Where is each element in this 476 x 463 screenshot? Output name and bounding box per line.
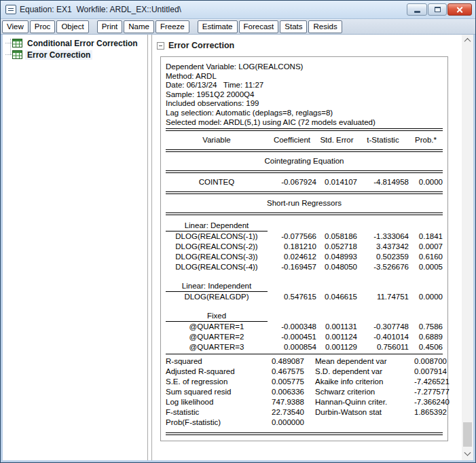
table-row: @QUARTER=1 -0.000348 0.001131 -0.307748 … bbox=[166, 322, 443, 332]
resids-button[interactable]: Resids bbox=[308, 20, 342, 33]
window-body: Conditional Error Correction Error Corre… bbox=[3, 35, 473, 460]
section-title: Error Correction bbox=[168, 41, 234, 50]
stats-button[interactable]: Stats bbox=[280, 20, 307, 33]
output-header-line: Selected model: ARDL(5,1) using AIC (72 … bbox=[166, 118, 443, 128]
prob-cell: 0.6889 bbox=[409, 332, 443, 342]
stat-value: 0.007914 bbox=[414, 367, 447, 377]
coefficient-cell: 0.547615 bbox=[268, 292, 316, 302]
t-statistic-cell: 3.437342 bbox=[357, 242, 409, 252]
estimate-button[interactable]: Estimate bbox=[198, 20, 238, 33]
stat-value: 0.000000 bbox=[262, 418, 304, 428]
stats-row: Prob(F-statistic) 0.000000 bbox=[166, 418, 443, 428]
output-header-line: Sample: 1951Q2 2000Q4 bbox=[166, 90, 443, 100]
close-icon bbox=[456, 6, 464, 14]
maximize-icon bbox=[435, 7, 441, 12]
prob-cell: 0.0000 bbox=[409, 177, 443, 187]
std-error-cell: 0.058186 bbox=[316, 231, 357, 242]
table-row: DLOG(REALCONS(-4)) -0.169457 0.048050 -3… bbox=[166, 262, 443, 272]
variable-cell: @QUARTER=2 bbox=[166, 332, 268, 342]
spacer bbox=[166, 272, 443, 281]
std-error-cell: 0.001131 bbox=[316, 322, 357, 332]
coefficient-cell: -0.000451 bbox=[268, 332, 316, 342]
window-controls bbox=[407, 3, 472, 16]
tree-item-label: Error Correction bbox=[25, 50, 92, 60]
stat-label: Log likelihood bbox=[166, 397, 262, 407]
stat-label: Mean dependent var bbox=[315, 356, 414, 367]
estimation-output-table: Dependent Variable: LOG(REALCONS) Method… bbox=[160, 56, 448, 441]
print-button[interactable]: Print bbox=[97, 20, 123, 33]
output-header-line: Included observations: 199 bbox=[166, 99, 443, 109]
close-button[interactable] bbox=[447, 3, 472, 16]
subsection-row: Linear: Dependent bbox=[166, 221, 443, 231]
column-header: Variable bbox=[166, 135, 268, 145]
tree-item-error-correction[interactable]: Error Correction bbox=[3, 49, 147, 60]
variable-cell: DLOG(REALGDP) bbox=[166, 292, 268, 302]
tree-connector-line bbox=[10, 39, 11, 55]
output-header-line: Method: ARDL bbox=[166, 72, 443, 81]
stats-row: F-statistic 22.73540 Durbin-Watson stat … bbox=[166, 407, 443, 418]
window-title: Equation: EX1 Workfile: ARDL_EX::Untitle… bbox=[20, 5, 407, 14]
variable-cell: @QUARTER=1 bbox=[166, 322, 268, 332]
output-header-line: Date: 06/13/24 Time: 11:27 bbox=[166, 81, 443, 90]
name-button[interactable]: Name bbox=[124, 20, 154, 33]
table-row: @QUARTER=2 -0.000451 0.001124 -0.401014 … bbox=[166, 332, 443, 342]
section-label-shortrun: Short-run Regressors bbox=[166, 196, 443, 211]
forecast-button[interactable]: Forecast bbox=[239, 20, 279, 33]
panel-splitter[interactable] bbox=[147, 35, 152, 460]
coefficient-cell: -0.169457 bbox=[268, 262, 316, 272]
stat-label: Akaike info criterion bbox=[315, 377, 414, 387]
divider-rule bbox=[166, 128, 443, 131]
collapse-icon[interactable] bbox=[157, 42, 164, 50]
coefficient-cell: -0.000348 bbox=[268, 322, 316, 332]
vertical-scrollbar[interactable] bbox=[462, 35, 473, 460]
stat-label: S.D. dependent var bbox=[315, 367, 414, 377]
table-row: DLOG(REALGDP) 0.547615 0.046615 11.74751… bbox=[166, 292, 443, 302]
view-button[interactable]: View bbox=[2, 20, 29, 33]
table-icon bbox=[12, 50, 22, 59]
scrollbar-thumb[interactable] bbox=[463, 422, 472, 447]
prob-cell: 0.0005 bbox=[409, 262, 443, 272]
t-statistic-cell: -0.401014 bbox=[357, 332, 409, 342]
freeze-button[interactable]: Freeze bbox=[155, 20, 189, 33]
variable-cell: COINTEQ bbox=[166, 177, 268, 187]
t-statistic-cell: 0.502359 bbox=[357, 252, 409, 262]
std-error-cell: 0.052718 bbox=[316, 242, 357, 252]
prob-cell: 0.6160 bbox=[409, 252, 443, 262]
stat-label: R-squared bbox=[166, 356, 262, 367]
maximize-button[interactable] bbox=[428, 3, 447, 16]
chevron-down-icon bbox=[464, 449, 471, 456]
column-header: t-Statistic bbox=[357, 135, 409, 145]
std-error-cell: 0.001129 bbox=[316, 342, 357, 352]
coefficient-cell: -0.077566 bbox=[268, 231, 316, 242]
coefficient-cell: 0.024612 bbox=[268, 252, 316, 262]
scroll-up-button[interactable] bbox=[462, 35, 473, 46]
scroll-down-button[interactable] bbox=[462, 449, 473, 460]
stat-label: Schwarz criterion bbox=[315, 387, 414, 397]
variable-cell: DLOG(REALCONS(-2)) bbox=[166, 242, 268, 252]
output-section-header: Error Correction bbox=[157, 41, 462, 50]
prob-cell: 0.7586 bbox=[409, 322, 443, 332]
t-statistic-cell: 0.756011 bbox=[357, 342, 409, 352]
equation-window-icon bbox=[5, 5, 16, 14]
proc-button[interactable]: Proc bbox=[30, 20, 56, 33]
table-row: @QUARTER=3 0.000854 0.001129 0.756011 0.… bbox=[166, 342, 443, 352]
results-tree-panel: Conditional Error Correction Error Corre… bbox=[3, 35, 147, 460]
stat-value: 0.489087 bbox=[262, 356, 304, 367]
stats-row: S.E. of regression 0.005775 Akaike info … bbox=[166, 377, 443, 387]
prob-cell: 0.0007 bbox=[409, 242, 443, 252]
t-statistic-cell: 11.74751 bbox=[357, 292, 409, 302]
stat-value: -7.366240 bbox=[414, 397, 450, 407]
std-error-cell: 0.046615 bbox=[316, 292, 357, 302]
std-error-cell: 0.048050 bbox=[316, 262, 357, 272]
column-header: Coefficient bbox=[268, 135, 316, 145]
toolbar: View Proc Object Print Name Freeze Estim… bbox=[1, 19, 475, 35]
column-header: Prob.* bbox=[409, 135, 443, 145]
prob-cell: 0.0000 bbox=[409, 292, 443, 302]
tree-item-conditional-error-correction[interactable]: Conditional Error Correction bbox=[3, 37, 147, 49]
titlebar[interactable]: Equation: EX1 Workfile: ARDL_EX::Untitle… bbox=[1, 1, 475, 19]
variable-cell: DLOG(REALCONS(-4)) bbox=[166, 262, 268, 272]
object-button[interactable]: Object bbox=[56, 20, 88, 33]
table-row: DLOG(REALCONS(-3)) 0.024612 0.048993 0.5… bbox=[166, 252, 443, 262]
minimize-button[interactable] bbox=[407, 3, 427, 16]
stat-value: 747.9388 bbox=[262, 397, 304, 407]
